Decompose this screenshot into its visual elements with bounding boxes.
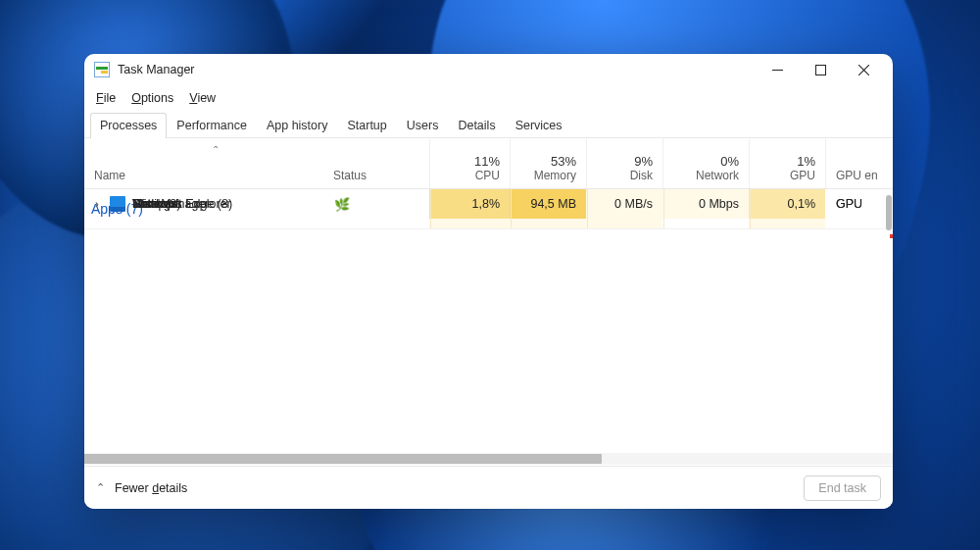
memory-cell: 94,5 MB <box>510 189 586 219</box>
col-network[interactable]: 0%Network <box>662 138 749 188</box>
horizontal-scrollbar-thumb[interactable] <box>84 454 602 464</box>
tab-app-history[interactable]: App history <box>257 113 338 138</box>
gpu-cell: 0,1% <box>749 189 825 219</box>
col-status[interactable]: Status <box>323 138 429 188</box>
table-row[interactable]: Windows Explorer1,8%94,5 MB0 MB/s0 Mbps0… <box>84 189 887 219</box>
svg-rect-0 <box>815 65 825 75</box>
col-disk[interactable]: 9%Disk <box>586 138 662 188</box>
network-cell: 0 Mbps <box>662 189 749 219</box>
fewer-details-toggle[interactable]: ⌃ Fewer details <box>96 481 187 495</box>
minimize-button[interactable] <box>756 55 799 84</box>
end-task-button[interactable]: End task <box>804 475 881 501</box>
tabstrip: Processes Performance App history Startu… <box>84 111 893 138</box>
task-manager-window: Task Manager File Options View Processes… <box>84 54 893 509</box>
cpu-cell: 1,8% <box>429 189 510 219</box>
menu-options[interactable]: Options <box>131 91 173 105</box>
gpu-engine-cell: GPU <box>825 189 887 219</box>
disk-cell: 0 MB/s <box>586 189 662 219</box>
tab-services[interactable]: Services <box>506 113 572 138</box>
col-cpu[interactable]: 11%CPU <box>429 138 510 188</box>
col-name[interactable]: Name <box>84 138 323 188</box>
menu-file[interactable]: File <box>96 91 116 105</box>
vertical-scrollbar-thumb[interactable] <box>886 195 892 230</box>
tab-startup[interactable]: Startup <box>337 113 396 138</box>
footer: ⌃ Fewer details End task <box>84 466 893 509</box>
explorer-icon <box>110 196 125 212</box>
column-headers: Name Status 11%CPU 53%Memory 9%Disk 0%Ne… <box>84 138 893 189</box>
app-icon <box>94 62 110 77</box>
close-button[interactable] <box>842 55 885 84</box>
col-gpu-engine[interactable]: GPU en <box>825 138 893 188</box>
col-memory[interactable]: 53%Memory <box>510 138 586 188</box>
col-gpu[interactable]: 1%GPU <box>749 138 825 188</box>
titlebar[interactable]: Task Manager <box>84 54 893 85</box>
process-name-cell: Windows Explorer <box>84 189 323 219</box>
process-name: Windows Explorer <box>132 197 231 211</box>
chevron-up-icon: ⌃ <box>96 481 105 494</box>
tab-users[interactable]: Users <box>397 113 449 138</box>
status-cell <box>323 189 429 219</box>
menu-view[interactable]: View <box>189 91 216 105</box>
tab-processes[interactable]: Processes <box>90 113 167 138</box>
window-title: Task Manager <box>118 63 195 76</box>
scroll-marker <box>890 234 893 238</box>
tab-performance[interactable]: Performance <box>167 113 257 138</box>
horizontal-scrollbar[interactable] <box>84 452 893 466</box>
tab-details[interactable]: Details <box>448 113 505 138</box>
menubar: File Options View <box>84 85 893 111</box>
maximize-button[interactable] <box>799 55 842 84</box>
